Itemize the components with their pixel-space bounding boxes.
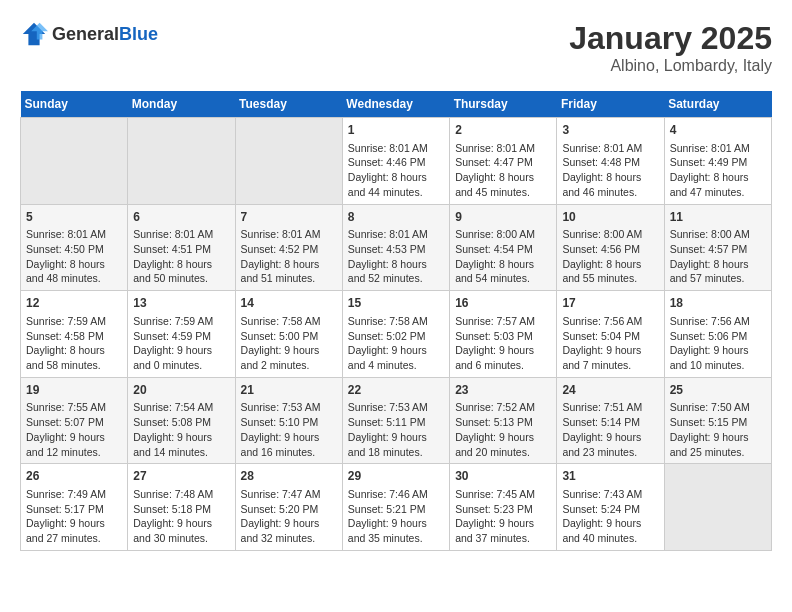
- day-cell: 11Sunrise: 8:00 AM Sunset: 4:57 PM Dayli…: [664, 204, 771, 291]
- day-info: Sunrise: 7:48 AM Sunset: 5:18 PM Dayligh…: [133, 487, 229, 546]
- day-number: 6: [133, 209, 229, 226]
- weekday-header-wednesday: Wednesday: [342, 91, 449, 118]
- day-cell: 10Sunrise: 8:00 AM Sunset: 4:56 PM Dayli…: [557, 204, 664, 291]
- logo-general: General: [52, 24, 119, 45]
- day-number: 23: [455, 382, 551, 399]
- day-number: 2: [455, 122, 551, 139]
- day-number: 3: [562, 122, 658, 139]
- day-info: Sunrise: 8:01 AM Sunset: 4:51 PM Dayligh…: [133, 227, 229, 286]
- week-row-5: 26Sunrise: 7:49 AM Sunset: 5:17 PM Dayli…: [21, 464, 772, 551]
- day-cell: 23Sunrise: 7:52 AM Sunset: 5:13 PM Dayli…: [450, 377, 557, 464]
- day-info: Sunrise: 8:01 AM Sunset: 4:49 PM Dayligh…: [670, 141, 766, 200]
- day-info: Sunrise: 8:01 AM Sunset: 4:50 PM Dayligh…: [26, 227, 122, 286]
- day-number: 29: [348, 468, 444, 485]
- day-cell: 2Sunrise: 8:01 AM Sunset: 4:47 PM Daylig…: [450, 118, 557, 205]
- day-cell: [235, 118, 342, 205]
- weekday-header-row: SundayMondayTuesdayWednesdayThursdayFrid…: [21, 91, 772, 118]
- day-number: 15: [348, 295, 444, 312]
- day-cell: [128, 118, 235, 205]
- day-cell: 13Sunrise: 7:59 AM Sunset: 4:59 PM Dayli…: [128, 291, 235, 378]
- day-info: Sunrise: 7:56 AM Sunset: 5:04 PM Dayligh…: [562, 314, 658, 373]
- day-info: Sunrise: 7:47 AM Sunset: 5:20 PM Dayligh…: [241, 487, 337, 546]
- day-cell: 17Sunrise: 7:56 AM Sunset: 5:04 PM Dayli…: [557, 291, 664, 378]
- day-info: Sunrise: 7:53 AM Sunset: 5:10 PM Dayligh…: [241, 400, 337, 459]
- weekday-header-saturday: Saturday: [664, 91, 771, 118]
- day-number: 25: [670, 382, 766, 399]
- day-cell: 26Sunrise: 7:49 AM Sunset: 5:17 PM Dayli…: [21, 464, 128, 551]
- day-cell: 16Sunrise: 7:57 AM Sunset: 5:03 PM Dayli…: [450, 291, 557, 378]
- day-cell: [664, 464, 771, 551]
- weekday-header-friday: Friday: [557, 91, 664, 118]
- day-info: Sunrise: 8:01 AM Sunset: 4:53 PM Dayligh…: [348, 227, 444, 286]
- day-info: Sunrise: 7:53 AM Sunset: 5:11 PM Dayligh…: [348, 400, 444, 459]
- day-cell: 25Sunrise: 7:50 AM Sunset: 5:15 PM Dayli…: [664, 377, 771, 464]
- day-info: Sunrise: 8:00 AM Sunset: 4:56 PM Dayligh…: [562, 227, 658, 286]
- day-number: 27: [133, 468, 229, 485]
- day-cell: [21, 118, 128, 205]
- day-cell: 20Sunrise: 7:54 AM Sunset: 5:08 PM Dayli…: [128, 377, 235, 464]
- day-cell: 6Sunrise: 8:01 AM Sunset: 4:51 PM Daylig…: [128, 204, 235, 291]
- day-number: 8: [348, 209, 444, 226]
- day-info: Sunrise: 8:00 AM Sunset: 4:57 PM Dayligh…: [670, 227, 766, 286]
- day-info: Sunrise: 7:52 AM Sunset: 5:13 PM Dayligh…: [455, 400, 551, 459]
- day-number: 24: [562, 382, 658, 399]
- day-cell: 19Sunrise: 7:55 AM Sunset: 5:07 PM Dayli…: [21, 377, 128, 464]
- day-info: Sunrise: 7:59 AM Sunset: 4:59 PM Dayligh…: [133, 314, 229, 373]
- day-cell: 30Sunrise: 7:45 AM Sunset: 5:23 PM Dayli…: [450, 464, 557, 551]
- day-info: Sunrise: 7:51 AM Sunset: 5:14 PM Dayligh…: [562, 400, 658, 459]
- day-info: Sunrise: 7:49 AM Sunset: 5:17 PM Dayligh…: [26, 487, 122, 546]
- day-number: 12: [26, 295, 122, 312]
- day-number: 7: [241, 209, 337, 226]
- day-cell: 14Sunrise: 7:58 AM Sunset: 5:00 PM Dayli…: [235, 291, 342, 378]
- day-number: 20: [133, 382, 229, 399]
- day-info: Sunrise: 8:01 AM Sunset: 4:46 PM Dayligh…: [348, 141, 444, 200]
- day-cell: 27Sunrise: 7:48 AM Sunset: 5:18 PM Dayli…: [128, 464, 235, 551]
- day-number: 9: [455, 209, 551, 226]
- week-row-4: 19Sunrise: 7:55 AM Sunset: 5:07 PM Dayli…: [21, 377, 772, 464]
- week-row-3: 12Sunrise: 7:59 AM Sunset: 4:58 PM Dayli…: [21, 291, 772, 378]
- day-number: 26: [26, 468, 122, 485]
- day-info: Sunrise: 8:01 AM Sunset: 4:47 PM Dayligh…: [455, 141, 551, 200]
- day-number: 28: [241, 468, 337, 485]
- day-cell: 21Sunrise: 7:53 AM Sunset: 5:10 PM Dayli…: [235, 377, 342, 464]
- day-number: 18: [670, 295, 766, 312]
- day-cell: 24Sunrise: 7:51 AM Sunset: 5:14 PM Dayli…: [557, 377, 664, 464]
- day-cell: 1Sunrise: 8:01 AM Sunset: 4:46 PM Daylig…: [342, 118, 449, 205]
- day-info: Sunrise: 8:00 AM Sunset: 4:54 PM Dayligh…: [455, 227, 551, 286]
- logo: General Blue: [20, 20, 158, 48]
- week-row-2: 5Sunrise: 8:01 AM Sunset: 4:50 PM Daylig…: [21, 204, 772, 291]
- logo-blue: Blue: [119, 24, 158, 45]
- day-info: Sunrise: 7:56 AM Sunset: 5:06 PM Dayligh…: [670, 314, 766, 373]
- day-number: 5: [26, 209, 122, 226]
- day-number: 30: [455, 468, 551, 485]
- weekday-header-thursday: Thursday: [450, 91, 557, 118]
- title-area: January 2025 Albino, Lombardy, Italy: [569, 20, 772, 75]
- day-info: Sunrise: 8:01 AM Sunset: 4:48 PM Dayligh…: [562, 141, 658, 200]
- day-cell: 4Sunrise: 8:01 AM Sunset: 4:49 PM Daylig…: [664, 118, 771, 205]
- calendar-subtitle: Albino, Lombardy, Italy: [569, 57, 772, 75]
- day-info: Sunrise: 7:55 AM Sunset: 5:07 PM Dayligh…: [26, 400, 122, 459]
- day-number: 4: [670, 122, 766, 139]
- day-number: 31: [562, 468, 658, 485]
- calendar-table: SundayMondayTuesdayWednesdayThursdayFrid…: [20, 91, 772, 551]
- logo-icon: [20, 20, 48, 48]
- day-info: Sunrise: 7:58 AM Sunset: 5:02 PM Dayligh…: [348, 314, 444, 373]
- day-number: 22: [348, 382, 444, 399]
- day-number: 19: [26, 382, 122, 399]
- day-info: Sunrise: 7:57 AM Sunset: 5:03 PM Dayligh…: [455, 314, 551, 373]
- day-cell: 9Sunrise: 8:00 AM Sunset: 4:54 PM Daylig…: [450, 204, 557, 291]
- day-cell: 7Sunrise: 8:01 AM Sunset: 4:52 PM Daylig…: [235, 204, 342, 291]
- weekday-header-sunday: Sunday: [21, 91, 128, 118]
- day-info: Sunrise: 7:59 AM Sunset: 4:58 PM Dayligh…: [26, 314, 122, 373]
- day-cell: 29Sunrise: 7:46 AM Sunset: 5:21 PM Dayli…: [342, 464, 449, 551]
- weekday-header-monday: Monday: [128, 91, 235, 118]
- day-cell: 5Sunrise: 8:01 AM Sunset: 4:50 PM Daylig…: [21, 204, 128, 291]
- day-info: Sunrise: 7:45 AM Sunset: 5:23 PM Dayligh…: [455, 487, 551, 546]
- day-cell: 15Sunrise: 7:58 AM Sunset: 5:02 PM Dayli…: [342, 291, 449, 378]
- day-number: 21: [241, 382, 337, 399]
- day-info: Sunrise: 7:58 AM Sunset: 5:00 PM Dayligh…: [241, 314, 337, 373]
- day-info: Sunrise: 7:43 AM Sunset: 5:24 PM Dayligh…: [562, 487, 658, 546]
- day-number: 1: [348, 122, 444, 139]
- weekday-header-tuesday: Tuesday: [235, 91, 342, 118]
- day-number: 10: [562, 209, 658, 226]
